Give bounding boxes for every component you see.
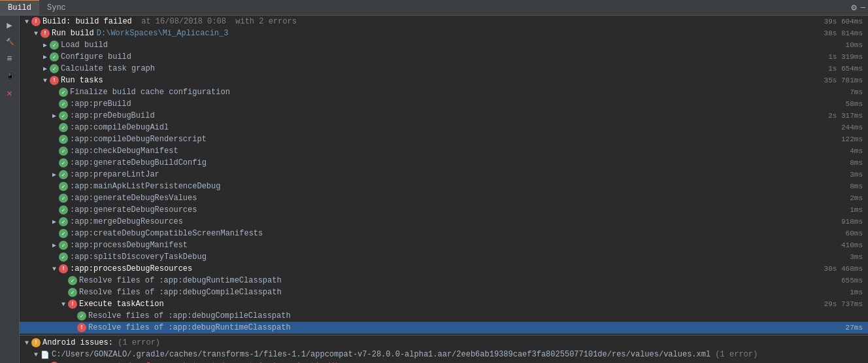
tree-row[interactable]: ✓ Finalize build cache configuration 7ms — [20, 86, 868, 98]
expand-arrow[interactable] — [22, 339, 31, 347]
tree-row[interactable]: ✓ :app:createDebugCompatibleScreenManife… — [20, 228, 868, 239]
build-icon[interactable]: 🔨 — [3, 35, 16, 48]
tab-bar: Build Sync ⚙ — — [0, 0, 868, 16]
stop-icon[interactable]: ✕ — [3, 86, 16, 99]
time-col: 38s 814ms — [810, 29, 863, 37]
tree-row[interactable]: ! Build: build failed at 16/08/2018 0:08… — [20, 16, 868, 27]
tree-row[interactable]: ✓ :app:preDebugBuild 2s 317ms — [20, 110, 868, 122]
gear-icon[interactable]: ⚙ — [851, 2, 856, 13]
time-col: 122ms — [810, 135, 863, 143]
tab-build[interactable]: Build — [0, 0, 39, 15]
expand-arrow[interactable] — [41, 41, 50, 49]
row-label: :app:preDebugBuild — [70, 111, 155, 120]
time-col: 27ms — [810, 324, 863, 332]
tree-row[interactable]: ✓ :app:generateDebugResources 1ms — [20, 204, 868, 216]
tree-row[interactable]: ✓ :app:mergeDebugResources 918ms — [20, 216, 868, 228]
status-icon-ok: ✓ — [50, 52, 59, 61]
time-col: 1s 319ms — [810, 53, 863, 61]
time-col: 2s 317ms — [810, 112, 863, 120]
expand-arrow[interactable] — [41, 53, 50, 61]
expand-arrow[interactable] — [50, 112, 59, 120]
time-col: 10ms — [810, 41, 863, 49]
tree-row[interactable]: ✓ Load build 10ms — [20, 39, 868, 51]
tree-row[interactable]: ✓ Resolve files of :app:debugCompileClas… — [20, 310, 868, 322]
tree-row[interactable]: ✓ Configure build 1s 319ms — [20, 51, 868, 63]
expand-arrow[interactable] — [50, 266, 59, 273]
expand-arrow[interactable] — [50, 241, 59, 249]
tree-row-selected[interactable]: ! Resolve files of :app:debugRuntimeClas… — [20, 322, 868, 334]
row-path: D:\WorkSpaces\Mi_Aplicacin_3 — [97, 29, 229, 38]
row-label: :app:preBuild — [70, 99, 131, 109]
tree-row[interactable]: ✓ :app:generateDebugResValues 2ms — [20, 192, 868, 204]
time-col: 3ms — [810, 253, 863, 261]
status-icon-ok: ✓ — [59, 123, 68, 132]
expand-arrow[interactable] — [22, 18, 31, 26]
run-icon[interactable]: ▶ — [3, 18, 16, 31]
status-icon-error: ! — [50, 76, 59, 85]
tree-row[interactable]: ✓ Resolve files of :app:debugCompileClas… — [20, 286, 868, 298]
time-col: 1ms — [810, 206, 863, 214]
status-icon-warn: ! — [31, 338, 41, 347]
status-icon-ok: ✓ — [50, 41, 59, 50]
status-icon-ok: ✓ — [59, 229, 68, 238]
time-col: 58ms — [810, 100, 863, 108]
tree-row[interactable]: ✓ :app:compileDebugAidl 244ms — [20, 122, 868, 133]
expand-arrow[interactable] — [41, 65, 50, 73]
tree-row[interactable]: ✓ Calculate task graph 1s 654ms — [20, 63, 868, 75]
time-col: 1ms — [810, 288, 863, 296]
row-label: :app:processDebugResources — [70, 264, 192, 273]
tree-row[interactable]: ✓ :app:splitsDiscoveryTaskDebug 3ms — [20, 251, 868, 263]
tree-row[interactable]: ! Android issues: (1 error) — [20, 337, 868, 349]
tab-sync[interactable]: Sync — [39, 0, 74, 15]
tree-row[interactable]: ✓ :app:processDebugManifest 410ms — [20, 239, 868, 251]
expand-arrow[interactable] — [59, 301, 68, 308]
status-icon-ok: ✓ — [59, 194, 68, 203]
time-col: 4ms — [810, 147, 863, 155]
build-output[interactable]: ! Build: build failed at 16/08/2018 0:08… — [20, 16, 868, 363]
status-icon-ok: ✓ — [59, 217, 68, 226]
row-label: Load build — [61, 41, 108, 50]
tab-sync-label: Sync — [47, 3, 66, 12]
status-icon-ok: ✓ — [77, 311, 86, 320]
row-label: Resolve files of :app:debugCompileClassp… — [88, 311, 291, 320]
tree-row[interactable]: ✓ :app:preBuild 58ms — [20, 98, 868, 110]
tree-row[interactable]: ✓ :app:mainApkListPersistenceDebug 8ms — [20, 181, 868, 192]
row-label: C:/Users/GONZALO/.gradle/caches/transfor… — [52, 350, 710, 359]
left-sidebar: ▶ 🔨 ≡ 📱 ✕ — [0, 16, 20, 363]
tree-row[interactable]: ! Run build D:\WorkSpaces\Mi_Aplicacin_3… — [20, 27, 868, 39]
tree-row[interactable]: 📄 C:/Users/GONZALO/.gradle/caches/transf… — [20, 349, 868, 360]
tree-row[interactable]: ✓ :app:generateDebugBuildConfig 8ms — [20, 157, 868, 169]
tree-row[interactable]: ! Run tasks 35s 781ms — [20, 75, 868, 86]
row-label: Resolve files of :app:debugRuntimeClassp… — [88, 323, 291, 332]
tree-row[interactable]: ✓ :app:compileDebugRenderscript 122ms — [20, 133, 868, 145]
row-label: :app:splitsDiscoveryTaskDebug — [70, 252, 207, 262]
expand-arrow[interactable] — [41, 77, 50, 84]
tree-row[interactable]: ! error: expected reference but got (raw… — [20, 360, 868, 363]
row-label: Resolve files of :app:debugCompileClassp… — [79, 288, 282, 297]
time-col: 3ms — [810, 171, 863, 179]
expand-arrow[interactable] — [31, 30, 41, 37]
minimize-icon[interactable]: — — [861, 3, 865, 12]
tree-row[interactable]: ✓ Resolve files of :app:debugRuntimeClas… — [20, 275, 868, 286]
time-col: 2ms — [810, 194, 863, 202]
expand-arrow[interactable] — [31, 351, 41, 358]
time-col: 7ms — [810, 88, 863, 96]
tree-row[interactable]: ✓ :app:checkDebugManifest 4ms — [20, 145, 868, 157]
status-icon-ok: ✓ — [59, 182, 68, 191]
filter-icon[interactable]: ≡ — [3, 52, 16, 65]
time-col: 35s 781ms — [810, 77, 863, 84]
tab-build-label: Build — [8, 3, 31, 12]
expand-arrow[interactable] — [50, 218, 59, 226]
tree-row[interactable]: ! :app:processDebugResources 30s 468ms — [20, 263, 868, 275]
tree-row[interactable]: ! Execute taskAction 29s 737ms — [20, 298, 868, 310]
status-icon-ok: ✓ — [59, 99, 68, 109]
time-col: 410ms — [810, 241, 863, 249]
row-label: :app:generateDebugResValues — [70, 194, 197, 203]
expand-arrow[interactable] — [50, 171, 59, 179]
tree-row[interactable]: ✓ :app:prepareLintJar 3ms — [20, 169, 868, 181]
row-count: (1 error) — [113, 338, 160, 347]
phone-icon[interactable]: 📱 — [3, 69, 16, 82]
status-icon-ok: ✓ — [59, 241, 68, 250]
main-area: ▶ 🔨 ≡ 📱 ✕ ! Build: build failed at 16/08… — [0, 16, 868, 363]
status-icon-error: ! — [31, 17, 41, 26]
